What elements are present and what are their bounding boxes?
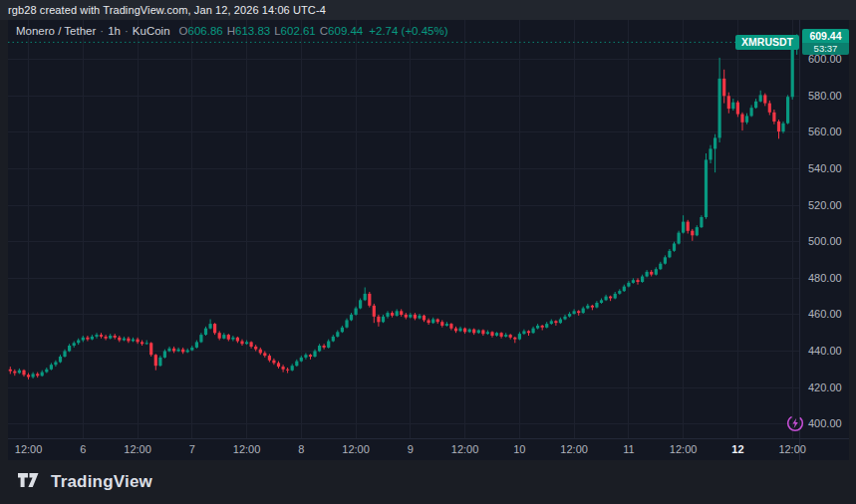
- time-tick-label: 11: [623, 443, 634, 455]
- tradingview-logo-icon: [18, 473, 43, 491]
- symbol-tag-badge: XMRUSDT: [735, 35, 799, 50]
- price-tick-label: 580.00: [808, 90, 842, 102]
- price-axis[interactable]: 400.00420.00440.00460.00480.00500.00520.…: [799, 20, 849, 438]
- price-change: +2.74 (+0.45%): [369, 25, 447, 37]
- attribution-bar: rgb28 created with TradingView.com, Jan …: [0, 0, 856, 20]
- legend-separator: ·: [100, 25, 104, 37]
- symbol-name: Monero / Tether: [16, 25, 96, 37]
- time-tick-label: 12: [731, 443, 743, 455]
- time-tick-label: 12:00: [342, 443, 370, 455]
- time-tick-label: 8: [298, 443, 304, 455]
- price-tick-label: 480.00: [808, 272, 842, 284]
- last-price-value: 609.44: [802, 29, 849, 43]
- tradingview-snapshot: rgb28 created with TradingView.com, Jan …: [0, 0, 856, 504]
- time-tick-label: 12:00: [15, 443, 43, 455]
- time-tick-label: 12:00: [670, 443, 698, 455]
- interval-label: 1h: [108, 25, 121, 37]
- time-tick-label: 12:00: [233, 443, 261, 455]
- price-tick-label: 420.00: [808, 381, 842, 393]
- ohlc-open: O606.86: [179, 25, 223, 37]
- price-tick-label: 440.00: [808, 345, 842, 357]
- symbol-legend: Monero / Tether · 1h · KuCoin O606.86 H6…: [16, 25, 448, 37]
- time-tick-label: 12:00: [124, 443, 151, 455]
- time-tick-label: 12:00: [778, 443, 806, 455]
- chart-panel: Monero / Tether · 1h · KuCoin O606.86 H6…: [8, 20, 849, 460]
- price-tick-label: 540.00: [808, 162, 842, 174]
- tradingview-brand-link[interactable]: TradingView: [18, 472, 152, 492]
- legend-separator: ·: [125, 25, 129, 37]
- ohlc-close: C609.44: [320, 25, 364, 37]
- ohlc-low: L602.61: [274, 25, 316, 37]
- price-tick-label: 520.00: [808, 199, 842, 211]
- ohlc-high: H613.83: [227, 25, 271, 37]
- exchange-label: KuCoin: [133, 25, 170, 37]
- last-price-badge: 609.44 53:37: [802, 29, 849, 55]
- time-tick-label: 12:00: [451, 443, 479, 455]
- time-tick-label: 12:00: [560, 443, 588, 455]
- price-tick-label: 500.00: [808, 235, 842, 247]
- time-tick-label: 7: [189, 443, 195, 455]
- footer-bar: TradingView: [0, 460, 856, 504]
- time-axis[interactable]: 12:00612:00712:00812:00912:001012:001112…: [8, 438, 849, 460]
- time-tick-label: 9: [408, 443, 414, 455]
- price-tick-label: 400.00: [808, 417, 842, 429]
- tradingview-brand-text: TradingView: [51, 472, 152, 492]
- time-tick-label: 10: [513, 443, 525, 455]
- price-tick-label: 560.00: [808, 126, 842, 137]
- candlestick-chart[interactable]: [8, 20, 799, 438]
- time-tick-label: 6: [80, 443, 86, 455]
- attribution-text: rgb28 created with TradingView.com, Jan …: [8, 4, 326, 16]
- bar-countdown: 53:37: [802, 43, 849, 55]
- price-tick-label: 460.00: [808, 308, 842, 320]
- lightning-icon[interactable]: [786, 414, 804, 432]
